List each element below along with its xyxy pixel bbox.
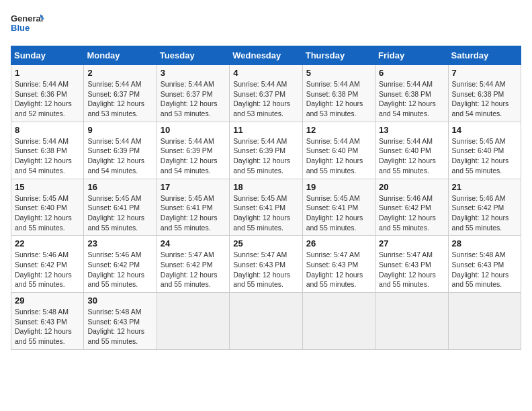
day-number: 28 [452, 238, 517, 248]
header-row: SundayMondayTuesdayWednesdayThursdayFrid… [11, 46, 521, 65]
day-number: 15 [15, 182, 80, 192]
calendar-cell: 13Sunrise: 5:44 AMSunset: 6:40 PMDayligh… [375, 122, 448, 179]
col-header-sunday: Sunday [11, 46, 84, 65]
day-info: Sunrise: 5:44 AMSunset: 6:36 PMDaylight:… [15, 79, 80, 119]
calendar-cell: 5Sunrise: 5:44 AMSunset: 6:38 PMDaylight… [302, 65, 375, 122]
calendar-cell: 14Sunrise: 5:45 AMSunset: 6:40 PMDayligh… [448, 122, 521, 179]
day-info: Sunrise: 5:44 AMSunset: 6:40 PMDaylight:… [379, 136, 444, 176]
day-number: 7 [452, 68, 517, 78]
day-info: Sunrise: 5:45 AMSunset: 6:41 PMDaylight:… [161, 193, 226, 233]
day-number: 29 [15, 295, 80, 306]
page-header: General Blue [11, 11, 521, 38]
logo: General Blue [11, 11, 44, 38]
day-number: 14 [452, 125, 517, 135]
day-info: Sunrise: 5:47 AMSunset: 6:43 PMDaylight:… [233, 250, 298, 289]
day-number: 20 [379, 182, 444, 192]
day-info: Sunrise: 5:45 AMSunset: 6:41 PMDaylight:… [87, 193, 152, 233]
day-info: Sunrise: 5:44 AMSunset: 6:39 PMDaylight:… [161, 136, 226, 176]
calendar-cell: 10Sunrise: 5:44 AMSunset: 6:39 PMDayligh… [157, 122, 229, 179]
col-header-saturday: Saturday [448, 46, 521, 65]
calendar-cell [157, 293, 229, 350]
day-number: 10 [161, 125, 226, 135]
calendar-cell: 4Sunrise: 5:44 AMSunset: 6:37 PMDaylight… [230, 65, 302, 122]
day-info: Sunrise: 5:44 AMSunset: 6:39 PMDaylight:… [87, 136, 152, 176]
calendar-cell: 7Sunrise: 5:44 AMSunset: 6:38 PMDaylight… [448, 65, 521, 122]
day-number: 22 [15, 238, 80, 248]
day-number: 13 [379, 125, 444, 135]
day-number: 16 [87, 182, 152, 192]
calendar-cell: 17Sunrise: 5:45 AMSunset: 6:41 PMDayligh… [157, 179, 229, 236]
day-info: Sunrise: 5:47 AMSunset: 6:42 PMDaylight:… [161, 250, 226, 289]
day-info: Sunrise: 5:46 AMSunset: 6:42 PMDaylight:… [452, 193, 517, 233]
week-row-4: 22Sunrise: 5:46 AMSunset: 6:42 PMDayligh… [11, 236, 521, 293]
day-info: Sunrise: 5:45 AMSunset: 6:41 PMDaylight:… [233, 193, 298, 233]
calendar-cell: 11Sunrise: 5:44 AMSunset: 6:39 PMDayligh… [230, 122, 302, 179]
calendar-cell: 2Sunrise: 5:44 AMSunset: 6:37 PMDaylight… [84, 65, 157, 122]
calendar-cell: 1Sunrise: 5:44 AMSunset: 6:36 PMDaylight… [11, 65, 84, 122]
day-info: Sunrise: 5:48 AMSunset: 6:43 PMDaylight:… [87, 307, 152, 347]
day-number: 27 [379, 238, 444, 248]
day-number: 30 [87, 295, 152, 306]
day-info: Sunrise: 5:44 AMSunset: 6:37 PMDaylight:… [161, 79, 226, 119]
day-number: 26 [306, 238, 371, 248]
calendar-cell: 21Sunrise: 5:46 AMSunset: 6:42 PMDayligh… [448, 179, 521, 236]
col-header-wednesday: Wednesday [230, 46, 302, 65]
calendar-cell [302, 293, 375, 350]
calendar-cell: 3Sunrise: 5:44 AMSunset: 6:37 PMDaylight… [157, 65, 229, 122]
calendar-cell: 9Sunrise: 5:44 AMSunset: 6:39 PMDaylight… [84, 122, 157, 179]
col-header-thursday: Thursday [302, 46, 375, 65]
calendar-cell: 24Sunrise: 5:47 AMSunset: 6:42 PMDayligh… [157, 236, 229, 293]
calendar-cell: 25Sunrise: 5:47 AMSunset: 6:43 PMDayligh… [230, 236, 302, 293]
day-info: Sunrise: 5:44 AMSunset: 6:38 PMDaylight:… [379, 79, 444, 119]
day-number: 9 [87, 125, 152, 135]
calendar-cell: 23Sunrise: 5:46 AMSunset: 6:42 PMDayligh… [84, 236, 157, 293]
day-number: 18 [233, 182, 298, 192]
day-number: 24 [161, 238, 226, 248]
day-info: Sunrise: 5:44 AMSunset: 6:37 PMDaylight:… [233, 79, 298, 119]
day-info: Sunrise: 5:44 AMSunset: 6:40 PMDaylight:… [306, 136, 371, 176]
day-number: 3 [161, 68, 226, 78]
calendar-cell [375, 293, 448, 350]
day-info: Sunrise: 5:46 AMSunset: 6:42 PMDaylight:… [15, 250, 80, 289]
day-number: 4 [233, 68, 298, 78]
calendar-cell: 16Sunrise: 5:45 AMSunset: 6:41 PMDayligh… [84, 179, 157, 236]
day-number: 23 [87, 238, 152, 248]
col-header-monday: Monday [84, 46, 157, 65]
calendar-cell [448, 293, 521, 350]
day-number: 2 [87, 68, 152, 78]
day-number: 11 [233, 125, 298, 135]
svg-text:General: General [11, 13, 43, 24]
calendar-cell: 18Sunrise: 5:45 AMSunset: 6:41 PMDayligh… [230, 179, 302, 236]
week-row-5: 29Sunrise: 5:48 AMSunset: 6:43 PMDayligh… [11, 293, 521, 350]
day-info: Sunrise: 5:45 AMSunset: 6:40 PMDaylight:… [452, 136, 517, 176]
day-number: 8 [15, 125, 80, 135]
calendar-cell: 12Sunrise: 5:44 AMSunset: 6:40 PMDayligh… [302, 122, 375, 179]
day-info: Sunrise: 5:46 AMSunset: 6:42 PMDaylight:… [379, 193, 444, 233]
day-number: 5 [306, 68, 371, 78]
day-info: Sunrise: 5:44 AMSunset: 6:38 PMDaylight:… [306, 79, 371, 119]
day-info: Sunrise: 5:44 AMSunset: 6:38 PMDaylight:… [15, 136, 80, 176]
calendar-cell: 8Sunrise: 5:44 AMSunset: 6:38 PMDaylight… [11, 122, 84, 179]
day-number: 25 [233, 238, 298, 248]
calendar-cell: 15Sunrise: 5:45 AMSunset: 6:40 PMDayligh… [11, 179, 84, 236]
day-number: 6 [379, 68, 444, 78]
calendar-table: SundayMondayTuesdayWednesdayThursdayFrid… [11, 46, 521, 350]
week-row-2: 8Sunrise: 5:44 AMSunset: 6:38 PMDaylight… [11, 122, 521, 179]
day-info: Sunrise: 5:45 AMSunset: 6:41 PMDaylight:… [306, 193, 371, 233]
day-number: 21 [452, 182, 517, 192]
day-number: 17 [161, 182, 226, 192]
day-info: Sunrise: 5:47 AMSunset: 6:43 PMDaylight:… [379, 250, 444, 289]
week-row-1: 1Sunrise: 5:44 AMSunset: 6:36 PMDaylight… [11, 65, 521, 122]
calendar-cell: 29Sunrise: 5:48 AMSunset: 6:43 PMDayligh… [11, 293, 84, 350]
day-info: Sunrise: 5:45 AMSunset: 6:40 PMDaylight:… [15, 193, 80, 233]
calendar-cell: 20Sunrise: 5:46 AMSunset: 6:42 PMDayligh… [375, 179, 448, 236]
calendar-cell: 30Sunrise: 5:48 AMSunset: 6:43 PMDayligh… [84, 293, 157, 350]
day-info: Sunrise: 5:48 AMSunset: 6:43 PMDaylight:… [15, 307, 80, 347]
calendar-cell [230, 293, 302, 350]
day-info: Sunrise: 5:44 AMSunset: 6:38 PMDaylight:… [452, 79, 517, 119]
col-header-friday: Friday [375, 46, 448, 65]
calendar-cell: 6Sunrise: 5:44 AMSunset: 6:38 PMDaylight… [375, 65, 448, 122]
logo-svg: General Blue [11, 11, 44, 38]
day-number: 12 [306, 125, 371, 135]
day-number: 1 [15, 68, 80, 78]
